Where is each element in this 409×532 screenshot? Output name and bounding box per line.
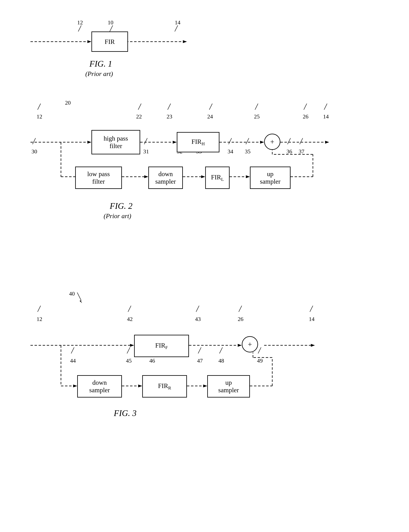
fig2-firh-box: FIRH	[177, 132, 219, 152]
svg-line-64	[37, 306, 41, 312]
svg-line-50	[209, 104, 212, 110]
fig3-ref42: 42	[127, 316, 133, 322]
svg-marker-35	[138, 385, 142, 387]
svg-marker-5	[87, 141, 92, 144]
fig2-ds-box: downsampler	[148, 166, 183, 189]
fig2-ds-label: downsampler	[155, 170, 176, 185]
fig3-arrow40	[0, 284, 122, 305]
fig2-ref25: 25	[254, 113, 260, 120]
fig2-hpf-box: high passfilter	[92, 130, 140, 154]
fig3-ds-box: downsampler	[77, 375, 122, 397]
fig2-ref26: 26	[303, 113, 308, 120]
fig2-us-box: upsampler	[250, 166, 290, 189]
svg-line-66	[196, 306, 199, 312]
svg-line-67	[239, 306, 242, 312]
fig1-fir-box: FIR	[92, 31, 128, 52]
fig2-title: FIG. 2	[110, 201, 132, 211]
svg-line-65	[128, 306, 131, 312]
svg-marker-9	[260, 141, 264, 144]
svg-marker-20	[246, 175, 250, 178]
fig2-sum-label: +	[270, 138, 274, 146]
svg-line-49	[168, 104, 171, 110]
fig1-title: FIG. 1	[89, 59, 112, 69]
diagram-container: 12 10 14 FIR FIG. 1 (Prior art) 20 12 22…	[0, 0, 409, 532]
fig1-fir-label: FIR	[105, 38, 115, 46]
fig2-ref37: 37	[299, 148, 304, 155]
svg-line-47	[37, 104, 41, 110]
fig3-ref14: 14	[309, 316, 315, 322]
fig2-firl-box: FIRL	[205, 166, 230, 189]
fig1-ref14: 14	[175, 19, 180, 26]
svg-line-60	[288, 138, 290, 144]
fig3-ref40: 40	[69, 291, 75, 297]
svg-line-68	[310, 306, 313, 312]
fig3-sum-circle: +	[242, 336, 258, 352]
svg-line-59	[246, 138, 249, 144]
fig2-ref23: 23	[167, 113, 172, 120]
fig3-ref43: 43	[195, 316, 201, 322]
fig3-ref12: 12	[37, 316, 42, 322]
fig2-ref30: 30	[31, 148, 37, 155]
svg-line-73	[219, 347, 223, 353]
fig2-hpf-label: high passfilter	[104, 135, 128, 150]
svg-line-72	[198, 347, 201, 353]
fig2-ref31: 31	[143, 148, 149, 155]
fig3-ref47: 47	[197, 358, 203, 364]
fig3-us-box: upsampler	[207, 375, 250, 397]
svg-line-43	[110, 25, 113, 31]
svg-marker-30	[311, 344, 315, 347]
fig2-ref22: 22	[136, 113, 142, 120]
fig3-firr-label: FIRR	[158, 382, 171, 391]
fig3-ref48: 48	[218, 358, 224, 364]
svg-marker-3	[183, 40, 187, 43]
fig3-title: FIG. 3	[114, 408, 137, 418]
fig2-lpf-label: low passfilter	[87, 170, 110, 185]
fig3-us-label: upsampler	[218, 379, 239, 394]
fig3-ref45: 45	[126, 358, 132, 364]
fig2-ref24: 24	[207, 113, 213, 120]
svg-line-58	[229, 138, 232, 144]
svg-line-74	[258, 347, 261, 353]
svg-marker-18	[201, 175, 205, 178]
svg-line-54	[33, 138, 36, 144]
fig2-firl-label: FIRL	[211, 174, 224, 182]
svg-line-61	[300, 138, 303, 144]
svg-marker-1	[87, 40, 92, 43]
fig2-firh-label: FIRH	[191, 138, 205, 147]
svg-line-70	[127, 347, 130, 353]
svg-line-62	[77, 293, 81, 301]
svg-line-69	[71, 347, 74, 353]
fig1-subtitle: (Prior art)	[85, 70, 113, 78]
svg-marker-28	[238, 344, 242, 347]
svg-line-44	[175, 25, 178, 31]
svg-line-53	[324, 104, 327, 110]
svg-line-52	[304, 104, 307, 110]
fig3-ref46: 46	[149, 358, 155, 364]
fig3-ds-label: downsampler	[89, 379, 110, 394]
svg-line-42	[78, 25, 81, 31]
diagram-lines	[0, 0, 409, 532]
fig2-subtitle: (Prior art)	[104, 212, 131, 220]
svg-marker-63	[80, 300, 82, 303]
svg-line-51	[255, 104, 258, 110]
svg-marker-33	[73, 385, 77, 387]
svg-line-48	[138, 104, 141, 110]
fig2-ref20: 20	[65, 100, 71, 106]
fig3-ref26: 26	[238, 316, 243, 322]
fig2-us-label: upsampler	[260, 170, 280, 185]
fig2-arrow20	[0, 0, 409, 101]
fig1-ref10: 10	[108, 19, 113, 26]
fig2-ref-ticks	[0, 101, 409, 118]
svg-line-55	[144, 138, 147, 144]
fig1-ticks	[0, 0, 409, 81]
fig3-ref49: 49	[257, 358, 263, 364]
fig3-top-ticks	[0, 304, 409, 320]
fig3-ref44: 44	[70, 358, 76, 364]
fig3-firf-label: FIRF	[155, 342, 168, 350]
fig2-ref36: 36	[287, 148, 292, 155]
svg-marker-16	[144, 175, 148, 178]
svg-marker-26	[130, 344, 134, 347]
fig2-ref35: 35	[245, 148, 251, 155]
fig2-ref12: 12	[37, 113, 42, 120]
svg-marker-37	[203, 385, 207, 387]
